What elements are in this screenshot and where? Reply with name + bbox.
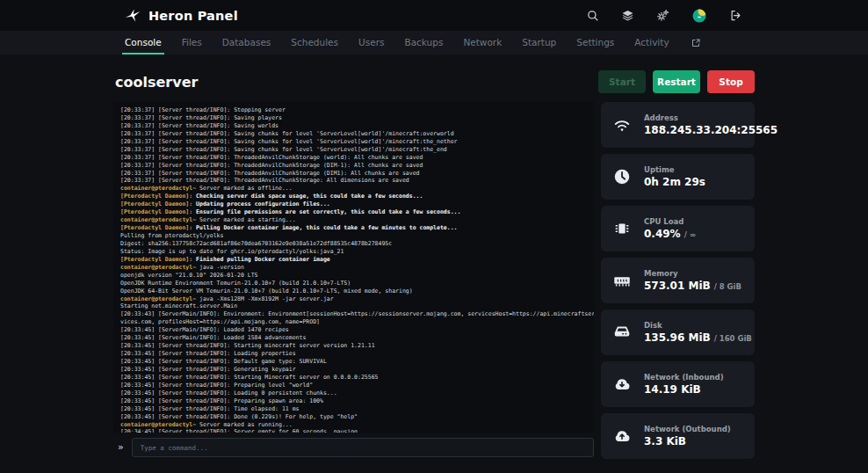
console-line: [20:33:45] [Server thread/INFO]: Startin… — [120, 342, 587, 350]
stat-card-disk: Disk135.96 MiB/ 160 GiB — [601, 309, 755, 355]
memory-icon — [612, 271, 632, 290]
tab-startup[interactable]: Startup — [519, 31, 559, 55]
console-line: [20:33:37] [Server thread/INFO]: Threade… — [120, 170, 587, 178]
disk-icon — [612, 323, 632, 342]
wifi-icon — [612, 115, 632, 135]
stat-secondary-value: / 8 GiB — [714, 282, 741, 291]
tab-users[interactable]: Users — [356, 31, 387, 55]
stat-label: Network (Outbound) — [644, 425, 731, 433]
stat-label: Address — [644, 113, 755, 122]
tab-databases[interactable]: Databases — [220, 31, 274, 55]
console-line: [Pterodactyl Daemon]: Checking server di… — [120, 193, 587, 200]
tab-activity[interactable]: Activity — [632, 31, 671, 55]
tab-schedules[interactable]: Schedules — [288, 31, 341, 55]
console-line: [20:33:45] [Server thread/INFO]: Prepari… — [120, 382, 587, 389]
stat-secondary-value: / 160 GiB — [714, 334, 752, 343]
external-link-icon[interactable] — [687, 31, 701, 55]
stat-value: 3.3 KiB — [644, 435, 686, 448]
console-line: Digest: sha256:137758c72acd681af86e70dea… — [120, 240, 587, 248]
console-line: [20:33:37] [Server thread/INFO]: Threade… — [120, 162, 587, 170]
clock-icon — [612, 167, 632, 186]
user-avatar[interactable] — [691, 8, 707, 24]
cloud-download-icon — [612, 375, 632, 394]
command-input[interactable] — [132, 438, 594, 457]
console-line: [20:33:45] [Server thread/INFO]: Startin… — [120, 374, 587, 382]
console-line: [20:33:37] [Server thread/INFO]: Saving … — [120, 122, 587, 130]
command-prompt-icon: » — [118, 438, 124, 457]
stat-value: 188.245.33.204:25565 — [644, 124, 778, 136]
stat-value: 14.19 KiB — [644, 383, 701, 396]
stat-value: 573.01 MiB — [644, 280, 711, 292]
stop-button[interactable]: Stop — [707, 70, 755, 93]
console-line: OpenJDK Runtime Environment Temurin-21.0… — [120, 280, 587, 287]
heron-logo-icon — [124, 7, 141, 25]
app-title: Heron Panel — [148, 9, 238, 23]
restart-button[interactable]: Restart — [653, 70, 700, 93]
console-line: [20:33:45] [Server thread/INFO]: Done (0… — [120, 413, 587, 421]
stat-card-network-outbound: Network (Outbound)3.3 KiB — [601, 413, 755, 459]
console-line: [Pterodactyl Daemon]: Pulling Docker con… — [120, 224, 587, 232]
gears-icon[interactable] — [656, 9, 669, 22]
stat-label: Memory — [644, 269, 741, 278]
stat-card-cpu-load: CPU Load0.49%/ ∞ — [601, 206, 755, 251]
stat-value: 0.49% — [644, 228, 681, 240]
console-line: [20:33:45] [Server thread/INFO]: Default… — [120, 358, 587, 366]
tab-files[interactable]: Files — [179, 31, 205, 55]
command-row: » — [113, 438, 594, 457]
stat-card-memory: Memory573.01 MiB/ 8 GiB — [601, 258, 755, 303]
console-line: [20:33:45] [Server thread/INFO]: Generat… — [120, 366, 587, 374]
tab-console[interactable]: Console — [122, 31, 164, 55]
console-line: [20:33:45] [Server thread/INFO]: Time el… — [120, 405, 587, 413]
console-line: [20:34:45] [Server thread/INFO]: Server … — [120, 428, 587, 433]
console-line: container@pterodactyl~ Server marked as … — [120, 421, 587, 429]
console-line: [20:33:37] [Server thread/INFO]: Stoppin… — [120, 106, 587, 114]
console-line: [Pterodactyl Daemon]: Updating process c… — [120, 200, 587, 208]
server-stats: Address188.245.33.204:25565Uptime0h 2m 2… — [601, 102, 755, 459]
stat-card-address: Address188.245.33.204:25565 — [601, 102, 755, 148]
console-line: container@pterodactyl~ Server marked as … — [120, 216, 587, 224]
console-line: [20:33:37] [Server thread/INFO]: Saving … — [120, 114, 587, 122]
console-line: OpenJDK 64-Bit Server VM Temurin-21.0.10… — [120, 287, 587, 295]
console-line: [20:33:45] [Server thread/INFO]: Loading… — [120, 389, 587, 397]
console-line: [20:33:37] [Server thread/INFO]: Saving … — [120, 130, 587, 138]
cpu-chip-icon — [612, 219, 632, 238]
console-line: [20:33:37] [Server thread/INFO]: Threade… — [120, 154, 587, 162]
power-actions: Start Restart Stop — [598, 70, 755, 93]
console-line: [Pterodactyl Daemon]: Ensuring file perm… — [120, 208, 587, 216]
tab-network[interactable]: Network — [460, 31, 504, 55]
logout-icon[interactable] — [729, 9, 742, 22]
top-header: Heron Panel — [0, 0, 868, 31]
stat-label: Network (Inbound) — [644, 373, 724, 382]
stat-label: Disk — [644, 321, 752, 330]
console-line: [20:33:45] [ServerMain/INFO]: Loaded 158… — [120, 334, 587, 342]
console-line: [20:33:45] [Server thread/INFO]: Loading… — [120, 350, 587, 358]
console-line: Starting net.minecraft.server.Main — [120, 302, 587, 310]
console-line: Status: Image is up to date for ghcr.io/… — [120, 248, 587, 256]
console-line: vices.com, profilesHost=https://api.moja… — [120, 318, 587, 326]
stat-card-uptime: Uptime0h 2m 29s — [601, 154, 755, 200]
start-button[interactable]: Start — [598, 70, 646, 93]
console-line: Pulling from pterodactyl/yolks — [120, 232, 587, 240]
console-line: [20:33:45] [Server thread/INFO]: Prepari… — [120, 397, 587, 405]
console-line: [20:33:37] [Server thread/INFO]: Saving … — [120, 146, 587, 154]
console-line: container@pterodactyl~ Server marked as … — [120, 185, 587, 193]
stat-card-network-inbound: Network (Inbound)14.19 KiB — [601, 361, 755, 407]
search-icon[interactable] — [586, 9, 599, 22]
server-nav: ConsoleFilesDatabasesSchedulesUsersBacku… — [0, 31, 868, 55]
layers-icon[interactable] — [621, 9, 634, 22]
stat-label: Uptime — [644, 165, 705, 174]
server-title: coolserver — [113, 74, 198, 91]
stat-secondary-value: / ∞ — [684, 230, 696, 239]
console-line: container@pterodactyl~ java -version — [120, 264, 587, 272]
tab-backups[interactable]: Backups — [401, 31, 445, 55]
tab-settings[interactable]: Settings — [574, 31, 617, 55]
console-line: [20:33:37] [Server thread/INFO]: Threade… — [120, 177, 587, 185]
console-output[interactable]: [20:33:37] [Server thread/INFO]: Stoppin… — [113, 102, 594, 433]
console-line: [20:33:37] [Server thread/INFO]: Saving … — [120, 138, 587, 146]
stat-label: CPU Load — [644, 217, 696, 226]
app-logo[interactable]: Heron Panel — [117, 7, 238, 25]
console-line: [20:33:43] [ServerMain/INFO]: Environmen… — [120, 310, 587, 318]
console-line: [20:33:45] [ServerMain/INFO]: Loaded 147… — [120, 326, 587, 334]
console-line: container@pterodactyl~ java -Xms128M -Xm… — [120, 295, 587, 303]
cloud-upload-icon — [612, 426, 632, 446]
